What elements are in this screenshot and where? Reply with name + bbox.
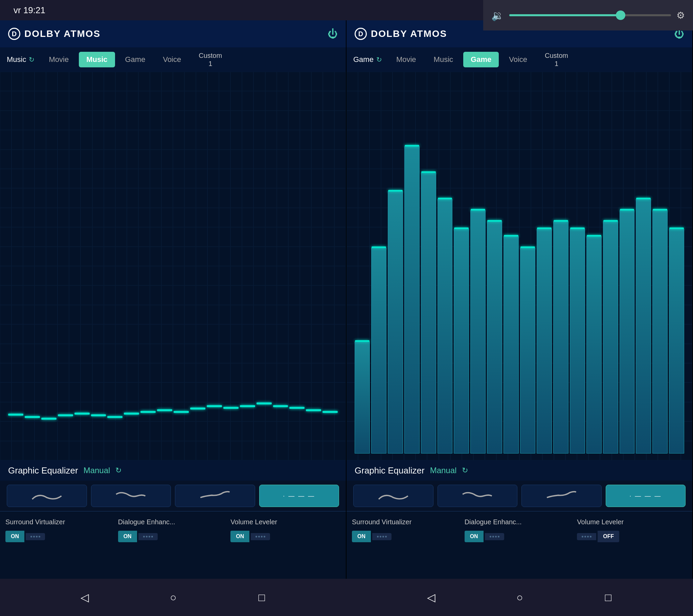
right-preset-treble[interactable] [521,485,602,507]
volume-overlay[interactable]: 🔉 ⚙ [483,0,693,31]
eq-bar-col-10 [520,78,535,454]
left-eq-mode-button[interactable]: Manual [84,466,110,475]
left-eq-bars [3,75,342,457]
eq-bar-col-4 [421,78,436,454]
left-mode-refresh-icon[interactable]: ↻ [29,56,35,64]
eq-bar-col-9 [157,78,172,454]
right-mode-label: Game ↻ [353,55,382,64]
eq-bar-col-8 [140,78,156,454]
eq-bar-col-15 [603,78,618,454]
eq-bar-col-11 [190,78,205,454]
left-volume-label: Volume Leveler [231,518,277,526]
left-tab-game[interactable]: Game [118,52,153,68]
right-dolby-logo: D DOLBY ATMOS [355,28,447,40]
eq-bar-col-17 [289,78,304,454]
right-features-row: Surround Virtualizer ON Dialogue Enhanc.… [346,511,692,579]
right-volume-dots[interactable] [577,533,596,540]
left-volume-on[interactable]: ON [231,531,250,542]
left-tabs-bar: Music ↻ Movie Music Game Voice Custom1 [0,47,346,72]
eq-bar-col-18 [652,78,668,454]
left-power-button[interactable]: ⏻ [328,28,338,40]
left-dialogue-on[interactable]: ON [118,531,137,542]
right-dialogue-dots[interactable] [485,533,504,540]
left-dolby-logo: D DOLBY ATMOS [8,28,100,40]
right-preset-manual[interactable]: · — — — [606,485,686,507]
eq-bar-col-6 [107,78,122,454]
right-tab-movie[interactable]: Movie [389,52,424,68]
left-surround-toggle[interactable]: ON [5,531,45,542]
right-surround-on[interactable]: ON [352,531,371,542]
volume-thumb[interactable] [616,11,625,20]
left-dialogue-label: Dialogue Enhanc... [118,518,175,526]
left-tab-movie[interactable]: Movie [41,52,76,68]
left-volume-dots[interactable] [251,533,270,540]
eq-bar-col-1 [25,78,40,454]
right-tabs-bar: Game ↻ Movie Music Game Voice Custom1 [346,47,692,72]
right-surround-toggle[interactable]: ON [352,531,392,542]
left-home-button[interactable]: ○ [163,587,183,608]
left-dialogue-dots[interactable] [138,533,158,540]
eq-bar-col-12 [207,78,222,454]
eq-bar-col-15 [257,78,272,454]
right-dialogue-on[interactable]: ON [464,531,483,542]
eq-settings-icon[interactable]: ⚙ [676,10,685,21]
right-volume-label: Volume Leveler [577,518,623,526]
volume-fill [509,14,619,16]
left-eq-reset-icon[interactable]: ↻ [115,466,121,475]
eq-bar-col-11 [537,78,552,454]
left-tab-music[interactable]: Music [79,52,115,68]
right-tab-game[interactable]: Game [463,52,499,68]
eq-bar-col-14 [587,78,602,454]
left-preset-manual[interactable]: · — — — [259,485,339,507]
eq-bar-col-19 [669,78,684,454]
eq-bar-col-8 [487,78,502,454]
left-dialogue-toggle[interactable]: ON [118,531,158,542]
left-surround-label: Surround Virtualizer [5,518,65,526]
right-eq-bars [350,75,689,457]
left-header: D DOLBY ATMOS ⏻ [0,20,346,47]
volume-slider[interactable] [509,14,671,16]
left-features-row: Surround Virtualizer ON Dialogue Enhanc.… [0,511,346,579]
right-mode-refresh-icon[interactable]: ↻ [376,56,382,64]
left-tab-voice[interactable]: Voice [155,52,189,68]
right-dialogue-toggle[interactable]: ON [464,531,504,542]
left-surround-dots[interactable] [26,533,45,540]
right-tab-voice[interactable]: Voice [501,52,535,68]
main-content: D DOLBY ATMOS ⏻ Music ↻ Movie Music Game… [0,20,693,579]
eq-bar-col-17 [636,78,651,454]
left-preset-bass[interactable] [91,485,171,507]
right-home-button[interactable]: ○ [510,587,530,608]
eq-bar-col-14 [240,78,255,454]
right-tab-custom[interactable]: Custom1 [537,48,576,71]
left-recents-button[interactable]: □ [252,587,272,608]
left-feature-surround: Surround Virtualizer ON [5,518,115,542]
left-back-button[interactable]: ◁ [75,587,95,608]
right-back-button[interactable]: ◁ [421,587,441,608]
right-volume-toggle[interactable]: OFF [577,531,619,542]
right-preset-flat[interactable] [353,485,433,507]
right-volume-off[interactable]: OFF [598,531,619,542]
left-eq-visualizer: // Grid cells will be generated in the p… [0,72,346,460]
right-eq-mode-button[interactable]: Manual [430,466,457,475]
eq-bar-col-6 [454,78,469,454]
left-volume-toggle[interactable]: ON [231,531,270,542]
left-dolby-title: DOLBY ATMOS [24,28,100,39]
left-surround-on[interactable]: ON [5,531,24,542]
eq-bar-col-16 [273,78,288,454]
left-preset-flat[interactable] [7,485,87,507]
left-preset-row: · — — — [0,481,346,511]
right-recents-button[interactable]: □ [598,587,618,608]
right-surround-label: Surround Virtualizer [352,518,412,526]
right-dolby-title: DOLBY ATMOS [371,28,447,39]
right-surround-dots[interactable] [372,533,392,540]
left-tab-custom[interactable]: Custom1 [191,48,230,71]
left-manual-label: · — — — [283,493,315,500]
right-tab-music[interactable]: Music [427,52,460,68]
eq-bar-col-10 [174,78,189,454]
left-preset-treble[interactable] [175,485,255,507]
left-eq-label: Graphic Equalizer [8,465,78,476]
eq-bar-col-0 [355,78,370,454]
right-preset-bass[interactable] [437,485,518,507]
left-feature-volume: Volume Leveler ON [231,518,340,542]
right-eq-reset-icon[interactable]: ↻ [462,466,468,475]
